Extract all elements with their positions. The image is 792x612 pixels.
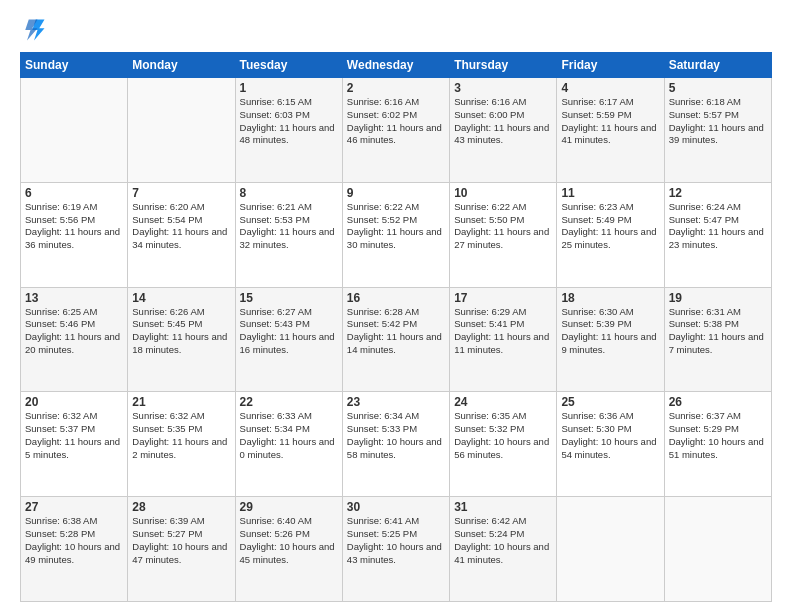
day-header-tuesday: Tuesday — [235, 53, 342, 78]
cell-info: Sunrise: 6:28 AM Sunset: 5:42 PM Dayligh… — [347, 306, 445, 357]
day-header-monday: Monday — [128, 53, 235, 78]
cell-info: Sunrise: 6:25 AM Sunset: 5:46 PM Dayligh… — [25, 306, 123, 357]
cell-info: Sunrise: 6:29 AM Sunset: 5:41 PM Dayligh… — [454, 306, 552, 357]
cell-info: Sunrise: 6:23 AM Sunset: 5:49 PM Dayligh… — [561, 201, 659, 252]
calendar-cell: 4Sunrise: 6:17 AM Sunset: 5:59 PM Daylig… — [557, 78, 664, 183]
cell-info: Sunrise: 6:41 AM Sunset: 5:25 PM Dayligh… — [347, 515, 445, 566]
day-number: 9 — [347, 186, 445, 200]
calendar-cell: 8Sunrise: 6:21 AM Sunset: 5:53 PM Daylig… — [235, 182, 342, 287]
day-header-saturday: Saturday — [664, 53, 771, 78]
calendar-cell — [128, 78, 235, 183]
day-number: 6 — [25, 186, 123, 200]
day-header-friday: Friday — [557, 53, 664, 78]
day-number: 30 — [347, 500, 445, 514]
calendar-header-row: SundayMondayTuesdayWednesdayThursdayFrid… — [21, 53, 772, 78]
cell-info: Sunrise: 6:16 AM Sunset: 6:00 PM Dayligh… — [454, 96, 552, 147]
day-number: 22 — [240, 395, 338, 409]
cell-info: Sunrise: 6:17 AM Sunset: 5:59 PM Dayligh… — [561, 96, 659, 147]
cell-info: Sunrise: 6:35 AM Sunset: 5:32 PM Dayligh… — [454, 410, 552, 461]
cell-info: Sunrise: 6:42 AM Sunset: 5:24 PM Dayligh… — [454, 515, 552, 566]
calendar-cell: 15Sunrise: 6:27 AM Sunset: 5:43 PM Dayli… — [235, 287, 342, 392]
day-number: 18 — [561, 291, 659, 305]
calendar-cell: 12Sunrise: 6:24 AM Sunset: 5:47 PM Dayli… — [664, 182, 771, 287]
cell-info: Sunrise: 6:22 AM Sunset: 5:50 PM Dayligh… — [454, 201, 552, 252]
calendar-cell: 2Sunrise: 6:16 AM Sunset: 6:02 PM Daylig… — [342, 78, 449, 183]
calendar-cell: 3Sunrise: 6:16 AM Sunset: 6:00 PM Daylig… — [450, 78, 557, 183]
day-number: 29 — [240, 500, 338, 514]
cell-info: Sunrise: 6:27 AM Sunset: 5:43 PM Dayligh… — [240, 306, 338, 357]
calendar-cell: 31Sunrise: 6:42 AM Sunset: 5:24 PM Dayli… — [450, 497, 557, 602]
calendar-cell: 24Sunrise: 6:35 AM Sunset: 5:32 PM Dayli… — [450, 392, 557, 497]
calendar-cell: 7Sunrise: 6:20 AM Sunset: 5:54 PM Daylig… — [128, 182, 235, 287]
calendar-cell: 14Sunrise: 6:26 AM Sunset: 5:45 PM Dayli… — [128, 287, 235, 392]
logo-icon — [20, 16, 48, 44]
day-number: 3 — [454, 81, 552, 95]
calendar-cell: 5Sunrise: 6:18 AM Sunset: 5:57 PM Daylig… — [664, 78, 771, 183]
cell-info: Sunrise: 6:20 AM Sunset: 5:54 PM Dayligh… — [132, 201, 230, 252]
cell-info: Sunrise: 6:32 AM Sunset: 5:35 PM Dayligh… — [132, 410, 230, 461]
calendar-cell: 21Sunrise: 6:32 AM Sunset: 5:35 PM Dayli… — [128, 392, 235, 497]
calendar-week-row: 27Sunrise: 6:38 AM Sunset: 5:28 PM Dayli… — [21, 497, 772, 602]
cell-info: Sunrise: 6:18 AM Sunset: 5:57 PM Dayligh… — [669, 96, 767, 147]
day-number: 13 — [25, 291, 123, 305]
header — [20, 16, 772, 44]
calendar-cell: 1Sunrise: 6:15 AM Sunset: 6:03 PM Daylig… — [235, 78, 342, 183]
calendar-cell: 30Sunrise: 6:41 AM Sunset: 5:25 PM Dayli… — [342, 497, 449, 602]
day-number: 8 — [240, 186, 338, 200]
day-number: 12 — [669, 186, 767, 200]
calendar-week-row: 1Sunrise: 6:15 AM Sunset: 6:03 PM Daylig… — [21, 78, 772, 183]
page: SundayMondayTuesdayWednesdayThursdayFrid… — [0, 0, 792, 612]
calendar-cell: 16Sunrise: 6:28 AM Sunset: 5:42 PM Dayli… — [342, 287, 449, 392]
calendar-cell: 9Sunrise: 6:22 AM Sunset: 5:52 PM Daylig… — [342, 182, 449, 287]
logo — [20, 16, 52, 44]
calendar-cell: 6Sunrise: 6:19 AM Sunset: 5:56 PM Daylig… — [21, 182, 128, 287]
day-number: 19 — [669, 291, 767, 305]
calendar-cell: 28Sunrise: 6:39 AM Sunset: 5:27 PM Dayli… — [128, 497, 235, 602]
day-number: 17 — [454, 291, 552, 305]
cell-info: Sunrise: 6:19 AM Sunset: 5:56 PM Dayligh… — [25, 201, 123, 252]
day-number: 10 — [454, 186, 552, 200]
day-number: 1 — [240, 81, 338, 95]
calendar-cell: 26Sunrise: 6:37 AM Sunset: 5:29 PM Dayli… — [664, 392, 771, 497]
calendar-cell: 17Sunrise: 6:29 AM Sunset: 5:41 PM Dayli… — [450, 287, 557, 392]
cell-info: Sunrise: 6:32 AM Sunset: 5:37 PM Dayligh… — [25, 410, 123, 461]
cell-info: Sunrise: 6:26 AM Sunset: 5:45 PM Dayligh… — [132, 306, 230, 357]
cell-info: Sunrise: 6:22 AM Sunset: 5:52 PM Dayligh… — [347, 201, 445, 252]
day-number: 23 — [347, 395, 445, 409]
day-number: 5 — [669, 81, 767, 95]
calendar-week-row: 20Sunrise: 6:32 AM Sunset: 5:37 PM Dayli… — [21, 392, 772, 497]
day-number: 14 — [132, 291, 230, 305]
calendar-cell — [21, 78, 128, 183]
calendar-cell: 20Sunrise: 6:32 AM Sunset: 5:37 PM Dayli… — [21, 392, 128, 497]
calendar-week-row: 13Sunrise: 6:25 AM Sunset: 5:46 PM Dayli… — [21, 287, 772, 392]
day-number: 27 — [25, 500, 123, 514]
day-number: 28 — [132, 500, 230, 514]
calendar-cell: 19Sunrise: 6:31 AM Sunset: 5:38 PM Dayli… — [664, 287, 771, 392]
day-header-thursday: Thursday — [450, 53, 557, 78]
calendar-cell: 29Sunrise: 6:40 AM Sunset: 5:26 PM Dayli… — [235, 497, 342, 602]
calendar-cell — [664, 497, 771, 602]
calendar-table: SundayMondayTuesdayWednesdayThursdayFrid… — [20, 52, 772, 602]
cell-info: Sunrise: 6:31 AM Sunset: 5:38 PM Dayligh… — [669, 306, 767, 357]
cell-info: Sunrise: 6:16 AM Sunset: 6:02 PM Dayligh… — [347, 96, 445, 147]
calendar-cell: 25Sunrise: 6:36 AM Sunset: 5:30 PM Dayli… — [557, 392, 664, 497]
calendar-cell: 13Sunrise: 6:25 AM Sunset: 5:46 PM Dayli… — [21, 287, 128, 392]
day-number: 26 — [669, 395, 767, 409]
calendar-cell: 10Sunrise: 6:22 AM Sunset: 5:50 PM Dayli… — [450, 182, 557, 287]
calendar-week-row: 6Sunrise: 6:19 AM Sunset: 5:56 PM Daylig… — [21, 182, 772, 287]
day-number: 20 — [25, 395, 123, 409]
cell-info: Sunrise: 6:37 AM Sunset: 5:29 PM Dayligh… — [669, 410, 767, 461]
cell-info: Sunrise: 6:38 AM Sunset: 5:28 PM Dayligh… — [25, 515, 123, 566]
day-number: 15 — [240, 291, 338, 305]
day-number: 31 — [454, 500, 552, 514]
day-header-wednesday: Wednesday — [342, 53, 449, 78]
cell-info: Sunrise: 6:34 AM Sunset: 5:33 PM Dayligh… — [347, 410, 445, 461]
day-number: 16 — [347, 291, 445, 305]
calendar-cell: 18Sunrise: 6:30 AM Sunset: 5:39 PM Dayli… — [557, 287, 664, 392]
cell-info: Sunrise: 6:24 AM Sunset: 5:47 PM Dayligh… — [669, 201, 767, 252]
day-header-sunday: Sunday — [21, 53, 128, 78]
cell-info: Sunrise: 6:36 AM Sunset: 5:30 PM Dayligh… — [561, 410, 659, 461]
day-number: 24 — [454, 395, 552, 409]
calendar-cell: 27Sunrise: 6:38 AM Sunset: 5:28 PM Dayli… — [21, 497, 128, 602]
day-number: 2 — [347, 81, 445, 95]
